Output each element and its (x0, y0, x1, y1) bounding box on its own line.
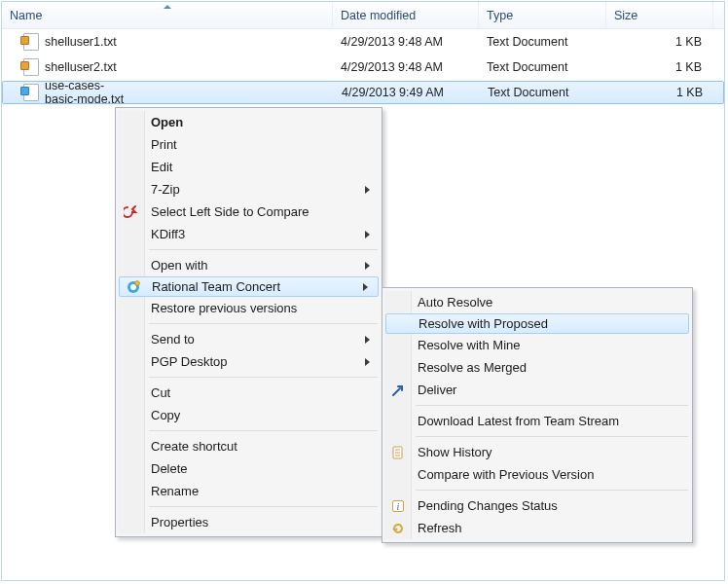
menu-properties[interactable]: Properties (118, 511, 380, 533)
menu-label: Open with (151, 258, 208, 273)
menu-separator (416, 436, 688, 437)
menu-cut[interactable]: Cut (118, 382, 380, 404)
column-header-name[interactable]: Name (2, 2, 333, 28)
menu-create-shortcut[interactable]: Create shortcut (118, 435, 380, 457)
history-icon (390, 445, 406, 460)
column-header-label: Name (10, 9, 42, 22)
file-type: Text Document (487, 35, 567, 49)
refresh-icon (390, 521, 406, 536)
menu-separator (416, 490, 688, 491)
menu-send-to[interactable]: Send to (118, 328, 380, 350)
menu-label: Print (151, 137, 177, 152)
menu-label: Send to (151, 332, 195, 347)
table-row[interactable]: shelluser1.txt 4/29/2013 9:48 AM Text Do… (2, 29, 724, 55)
menu-show-history[interactable]: Show History (384, 441, 690, 463)
menu-label: Refresh (418, 521, 462, 535)
menu-kdiff3[interactable]: KDiff3 (118, 223, 380, 245)
column-header-size[interactable]: Size (606, 2, 713, 28)
menu-label: Select Left Side to Compare (151, 204, 309, 219)
submenu-arrow-icon (365, 231, 370, 238)
menu-rational-team-concert[interactable]: Rational Team Concert (119, 276, 379, 297)
submenu-arrow-icon (365, 262, 370, 270)
menu-resolve-as-merged[interactable]: Resolve as Merged (384, 356, 690, 379)
menu-copy[interactable]: Copy (118, 404, 380, 426)
file-date: 4/29/2013 9:48 AM (341, 60, 443, 74)
rtc-submenu: Auto Resolve Resolve with Proposed Resol… (382, 287, 693, 543)
table-row[interactable]: use-cases-basic-mode.txt 4/29/2013 9:49 … (2, 81, 724, 104)
menu-label: KDiff3 (151, 227, 185, 241)
file-size: 1 KB (675, 60, 702, 74)
file-date: 4/29/2013 9:49 AM (342, 86, 444, 99)
info-icon: i (390, 498, 406, 514)
menu-restore-previous[interactable]: Restore previous versions (118, 297, 380, 319)
menu-label: Resolve with Proposed (419, 316, 548, 331)
menu-label: Download Latest from Team Stream (418, 414, 619, 428)
menu-separator (149, 506, 378, 507)
text-file-icon (23, 58, 39, 76)
menu-label: Rational Team Concert (152, 279, 280, 294)
menu-pgp-desktop[interactable]: PGP Desktop (118, 350, 380, 373)
context-menu: Open Print Edit 7-Zip Select Left Side t… (115, 107, 382, 537)
menu-separator (149, 377, 378, 378)
menu-label: Pending Changes Status (418, 498, 558, 513)
menu-label: Create shortcut (151, 439, 237, 454)
column-headers: Name Date modified Type Size (2, 2, 724, 29)
file-name: shelluser1.txt (45, 35, 117, 49)
submenu-arrow-icon (365, 336, 370, 344)
column-header-date[interactable]: Date modified (333, 2, 479, 28)
menu-separator (149, 249, 378, 250)
menu-7zip[interactable]: 7-Zip (118, 178, 380, 201)
menu-separator (416, 405, 688, 406)
file-type: Text Document (488, 86, 568, 99)
file-rows: shelluser1.txt 4/29/2013 9:48 AM Text Do… (2, 29, 724, 104)
menu-rename[interactable]: Rename (118, 480, 380, 502)
menu-label: Resolve as Merged (418, 360, 527, 375)
column-header-label: Type (487, 9, 513, 22)
table-row[interactable]: shelluser2.txt 4/29/2013 9:48 AM Text Do… (2, 55, 724, 80)
submenu-arrow-icon (365, 358, 370, 366)
menu-edit[interactable]: Edit (118, 156, 380, 178)
file-size: 1 KB (675, 35, 702, 49)
menu-label: Restore previous versions (151, 301, 297, 315)
menu-delete[interactable]: Delete (118, 457, 380, 480)
column-header-type[interactable]: Type (479, 2, 606, 28)
menu-label: Compare with Previous Version (418, 467, 594, 482)
menu-open-with[interactable]: Open with (118, 254, 380, 276)
text-file-icon (23, 84, 39, 101)
deliver-icon (390, 383, 406, 398)
menu-label: 7-Zip (151, 182, 180, 197)
file-name: use-cases-basic-mode.txt (45, 79, 132, 106)
submenu-arrow-icon (365, 186, 370, 194)
rtc-icon (126, 279, 141, 295)
menu-open[interactable]: Open (118, 111, 380, 133)
menu-label: Rename (151, 484, 199, 498)
menu-label: Edit (151, 160, 172, 174)
menu-auto-resolve[interactable]: Auto Resolve (384, 291, 690, 313)
file-size: 1 KB (676, 86, 703, 99)
menu-label: Auto Resolve (418, 295, 492, 310)
menu-label: Show History (418, 445, 492, 459)
menu-separator (149, 323, 378, 324)
menu-download-latest[interactable]: Download Latest from Team Stream (384, 410, 690, 432)
text-file-icon (23, 33, 39, 51)
menu-resolve-with-mine[interactable]: Resolve with Mine (384, 334, 690, 356)
menu-pending-changes-status[interactable]: i Pending Changes Status (384, 494, 690, 517)
file-date: 4/29/2013 9:48 AM (341, 35, 443, 49)
compare-undo-icon (124, 204, 139, 220)
menu-label: Deliver (418, 383, 456, 397)
menu-label: Copy (151, 408, 180, 422)
file-type: Text Document (487, 60, 567, 74)
column-header-label: Date modified (341, 9, 416, 22)
menu-compare-previous[interactable]: Compare with Previous Version (384, 463, 690, 486)
menu-label: Delete (151, 461, 188, 476)
file-explorer-pane: Name Date modified Type Size shelluser1.… (1, 1, 725, 581)
menu-deliver[interactable]: Deliver (384, 379, 690, 401)
column-header-label: Size (614, 9, 637, 22)
menu-select-left-compare[interactable]: Select Left Side to Compare (118, 201, 380, 223)
menu-resolve-with-proposed[interactable]: Resolve with Proposed (385, 313, 689, 334)
menu-separator (149, 430, 378, 431)
svg-text:i: i (397, 501, 400, 512)
menu-label: Properties (151, 515, 208, 529)
menu-print[interactable]: Print (118, 133, 380, 156)
menu-refresh[interactable]: Refresh (384, 517, 690, 539)
